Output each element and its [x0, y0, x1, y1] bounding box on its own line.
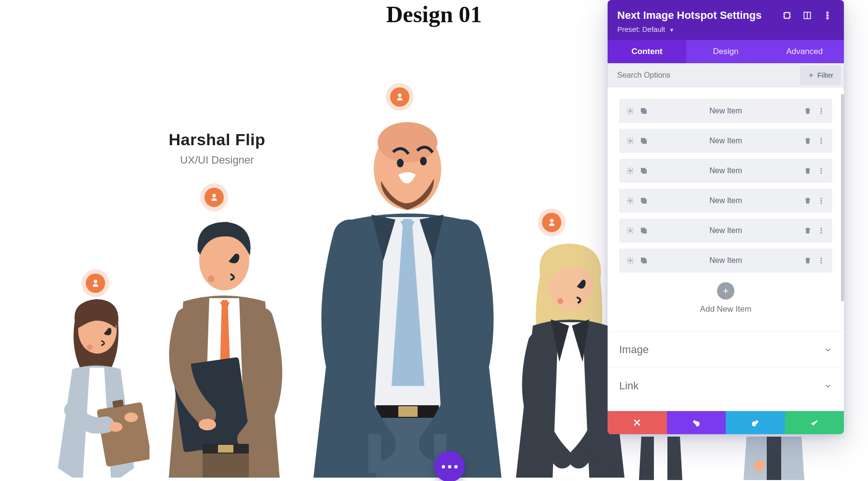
duplicate-icon[interactable] [639, 107, 648, 115]
svg-point-36 [821, 110, 822, 111]
svg-point-41 [821, 138, 822, 139]
svg-point-32 [629, 110, 631, 112]
plus-icon [722, 287, 730, 295]
plus-icon [808, 72, 814, 79]
list-item[interactable]: New Item [619, 99, 832, 123]
section-link[interactable]: Link [608, 368, 844, 404]
svg-point-47 [821, 168, 822, 169]
svg-point-56 [629, 230, 631, 232]
trash-icon[interactable] [803, 226, 812, 235]
gear-icon[interactable] [626, 226, 635, 235]
panel-tabs: Content Design Advanced [608, 40, 844, 63]
duplicate-icon[interactable] [639, 226, 648, 235]
svg-rect-20 [368, 434, 381, 473]
svg-point-43 [821, 142, 822, 143]
more-vert-icon[interactable] [817, 166, 826, 175]
more-vert-icon[interactable] [817, 256, 826, 265]
svg-point-23 [557, 298, 563, 304]
hotspot-marker[interactable] [200, 183, 228, 211]
list-item-label: New Item [648, 137, 803, 145]
duplicate-icon[interactable] [639, 196, 648, 205]
add-item-button[interactable] [717, 282, 734, 300]
trash-icon[interactable] [803, 107, 812, 115]
svg-point-9 [199, 419, 216, 430]
section-image[interactable]: Image [608, 331, 844, 368]
svg-point-48 [821, 170, 822, 171]
user-icon [204, 188, 224, 207]
add-item-label: Add New Item [619, 304, 832, 314]
svg-point-37 [821, 112, 822, 113]
duplicate-icon[interactable] [639, 137, 648, 145]
svg-point-14 [378, 122, 437, 163]
preset-selector[interactable]: Preset: Default ▼ [617, 25, 834, 33]
trash-icon[interactable] [803, 166, 812, 175]
more-vert-icon[interactable] [817, 107, 826, 115]
svg-point-38 [629, 140, 631, 142]
list-item-label: New Item [648, 107, 803, 115]
svg-point-4 [109, 422, 122, 432]
hotspot-marker[interactable] [386, 83, 414, 111]
list-item[interactable]: New Item [619, 159, 832, 183]
gear-icon[interactable] [626, 107, 635, 115]
search-input[interactable] [617, 71, 800, 80]
hotspot-marker[interactable] [538, 208, 566, 236]
svg-point-5 [124, 412, 138, 422]
svg-point-67 [821, 262, 822, 263]
hotspot-tooltip: Harshal Flip UX/UI Designer [135, 130, 299, 166]
more-vert-icon[interactable] [817, 137, 826, 145]
svg-rect-34 [641, 109, 645, 112]
svg-point-44 [629, 170, 631, 172]
gear-icon[interactable] [626, 256, 635, 265]
svg-point-50 [629, 200, 631, 202]
list-item[interactable]: New Item [619, 129, 832, 153]
close-icon [632, 418, 642, 427]
svg-point-1 [87, 344, 93, 350]
svg-point-29 [827, 12, 828, 14]
undo-button[interactable] [667, 411, 726, 434]
list-item-label: New Item [648, 166, 803, 175]
cancel-button[interactable] [608, 411, 667, 434]
save-button[interactable] [785, 411, 844, 434]
svg-rect-40 [641, 138, 645, 142]
svg-rect-27 [784, 13, 790, 18]
svg-rect-24 [654, 437, 667, 480]
svg-point-59 [821, 228, 822, 229]
redo-icon [750, 418, 760, 427]
tab-content[interactable]: Content [608, 40, 686, 63]
list-item[interactable]: New Item [619, 219, 832, 243]
filter-button[interactable]: Filter [800, 66, 841, 85]
tooltip-role: UX/UI Designer [135, 154, 299, 166]
user-icon [542, 213, 561, 232]
scrollbar[interactable] [841, 94, 844, 302]
tab-advanced[interactable]: Advanced [765, 40, 844, 63]
duplicate-icon[interactable] [639, 166, 648, 175]
undo-icon [692, 418, 701, 427]
more-vert-icon[interactable] [817, 226, 826, 235]
redo-button[interactable] [726, 411, 785, 434]
trash-icon[interactable] [803, 196, 812, 205]
trash-icon[interactable] [803, 137, 812, 145]
svg-point-66 [821, 260, 822, 261]
gear-icon[interactable] [626, 137, 635, 145]
user-icon [86, 274, 105, 293]
list-item-label: New Item [648, 226, 803, 235]
panel-title: Next Image Hotspot Settings [617, 9, 761, 22]
items-list: New Item New Item [608, 87, 844, 331]
tab-design[interactable]: Design [686, 40, 765, 63]
more-vert-icon[interactable] [821, 9, 834, 22]
columns-icon[interactable] [800, 9, 814, 22]
trash-icon[interactable] [803, 256, 812, 265]
list-item[interactable]: New Item [619, 189, 832, 213]
more-vert-icon[interactable] [817, 196, 826, 205]
duplicate-icon[interactable] [639, 256, 648, 265]
list-item[interactable]: New Item [619, 248, 832, 273]
gear-icon[interactable] [626, 166, 635, 175]
svg-rect-64 [641, 258, 645, 262]
svg-point-42 [821, 140, 822, 141]
hotspot-marker[interactable] [81, 269, 109, 297]
expand-icon[interactable] [780, 9, 794, 22]
svg-point-15 [397, 159, 404, 167]
fab-more[interactable] [434, 451, 465, 481]
gear-icon[interactable] [626, 196, 635, 205]
svg-point-53 [821, 198, 822, 199]
